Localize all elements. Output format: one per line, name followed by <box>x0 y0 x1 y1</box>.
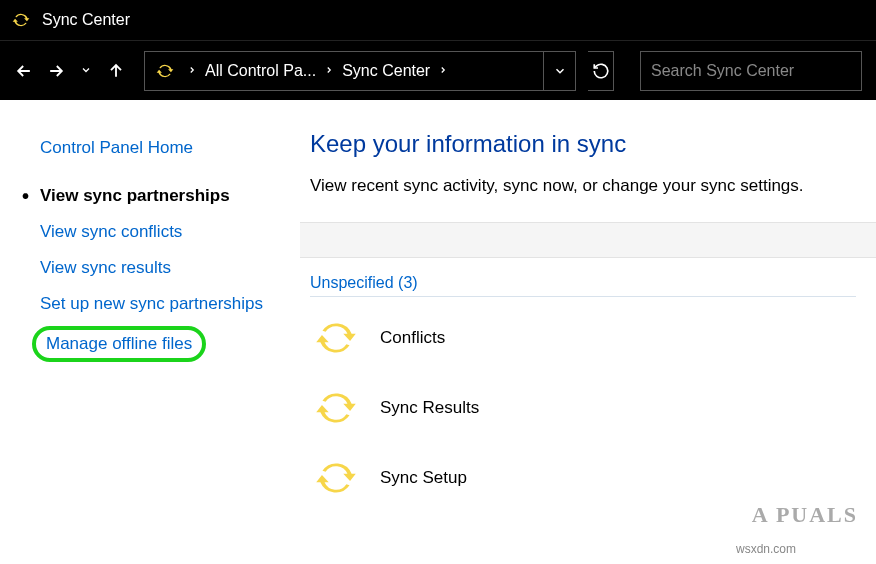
page-subtext: View recent sync activity, sync now, or … <box>310 176 856 196</box>
chevron-right-icon[interactable] <box>185 64 199 78</box>
forward-button[interactable] <box>46 60 66 82</box>
sync-icon <box>310 382 362 434</box>
toolbar-divider <box>300 222 876 258</box>
group-header-unspecified[interactable]: Unspecified (3) <box>310 274 856 297</box>
breadcrumb-dropdown[interactable] <box>543 52 575 90</box>
up-button[interactable] <box>106 60 126 82</box>
back-button[interactable] <box>14 60 34 82</box>
sidebar-item-control-panel-home[interactable]: Control Panel Home <box>10 130 290 166</box>
sidebar: Control Panel Home View sync partnership… <box>0 100 300 564</box>
sidebar-item-view-conflicts[interactable]: View sync conflicts <box>10 214 290 250</box>
sync-icon <box>310 312 362 364</box>
titlebar: Sync Center <box>0 0 876 40</box>
sidebar-item-setup-partnerships[interactable]: Set up new sync partnerships <box>10 286 290 322</box>
window-title: Sync Center <box>42 11 130 29</box>
search-box[interactable] <box>640 51 862 91</box>
search-input[interactable] <box>651 62 851 80</box>
content: Control Panel Home View sync partnership… <box>0 100 876 564</box>
item-conflicts[interactable]: Conflicts <box>310 303 856 373</box>
item-label: Sync Results <box>380 398 479 418</box>
sync-icon <box>310 452 362 504</box>
sidebar-item-view-partnerships[interactable]: View sync partnerships <box>10 178 290 214</box>
sync-center-icon <box>154 60 176 82</box>
navbar: All Control Pa... Sync Center <box>0 40 876 100</box>
sync-center-icon <box>10 9 32 31</box>
sidebar-item-manage-offline[interactable]: Manage offline files <box>46 334 192 354</box>
breadcrumb-item-control-panel[interactable]: All Control Pa... <box>199 62 322 80</box>
item-label: Sync Setup <box>380 468 467 488</box>
breadcrumb-item-sync-center[interactable]: Sync Center <box>336 62 436 80</box>
manage-offline-highlight: Manage offline files <box>32 326 206 362</box>
watermark-url: wsxdn.com <box>736 542 796 556</box>
chevron-right-icon[interactable] <box>436 64 450 78</box>
chevron-right-icon[interactable] <box>322 64 336 78</box>
item-sync-results[interactable]: Sync Results <box>310 373 856 443</box>
refresh-button[interactable] <box>588 51 614 91</box>
page-title: Keep your information in sync <box>310 130 856 158</box>
breadcrumb[interactable]: All Control Pa... Sync Center <box>144 51 576 91</box>
history-dropdown[interactable] <box>78 62 94 80</box>
main-panel: Keep your information in sync View recen… <box>300 100 876 564</box>
sidebar-item-view-results[interactable]: View sync results <box>10 250 290 286</box>
item-label: Conflicts <box>380 328 445 348</box>
watermark-brand: A PUALS <box>752 502 858 528</box>
